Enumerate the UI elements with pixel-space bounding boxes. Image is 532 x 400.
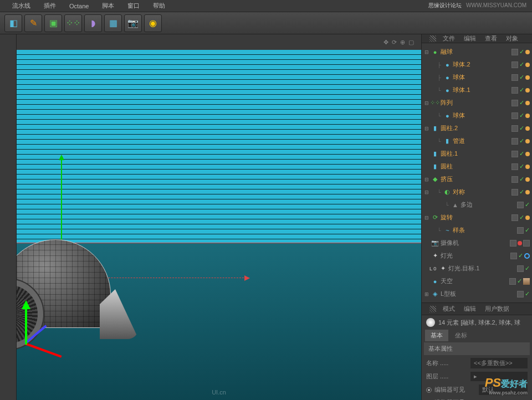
panel-tab[interactable]: 对象 (506, 34, 518, 43)
layer-tag[interactable] (511, 112, 518, 119)
deform-tool[interactable]: ◗ (84, 14, 102, 32)
object-label[interactable]: 天空 (441, 277, 509, 285)
tree-row[interactable]: ▮圆柱✓ (422, 160, 532, 173)
gizmo-y-axis[interactable] (25, 306, 27, 345)
layer-tag[interactable] (511, 151, 518, 157)
visibility-check[interactable]: ✓ (519, 188, 524, 196)
attr-tab[interactable]: 编辑 (464, 305, 476, 313)
object-label[interactable]: 对称 (453, 188, 511, 196)
attr-tab[interactable]: 模式 (443, 305, 455, 313)
visibility-check[interactable]: ✓ (519, 61, 524, 68)
object-label[interactable]: 阵列 (441, 99, 511, 107)
layer-tag[interactable] (510, 240, 516, 247)
expand-toggle[interactable]: ⊟ (424, 177, 429, 182)
floor-tool[interactable]: ▦ (104, 14, 122, 32)
layer-tag[interactable] (511, 189, 518, 196)
expand-toggle[interactable]: ⊞ (424, 291, 429, 297)
menu-item[interactable]: Octane (69, 3, 89, 9)
layer-tag[interactable] (511, 163, 518, 170)
object-tree[interactable]: ⊟●融球✓├●球体.2✓├●球体✓└●球体.1✓⊟⁘⁘阵列✓└●球体✓⊟▮圆柱.… (422, 43, 532, 302)
attr-tab[interactable]: 用户数据 (485, 305, 509, 313)
tree-row[interactable]: ⊟◆挤压✓ (422, 173, 532, 186)
visibility-check[interactable]: ✓ (519, 125, 524, 132)
object-label[interactable]: 多边 (461, 201, 517, 209)
nav-frame-icon[interactable]: ▢ (408, 39, 414, 46)
panel-tab[interactable]: 编辑 (464, 34, 476, 43)
nav-move-icon[interactable]: ✥ (383, 39, 388, 46)
layer-tag[interactable] (509, 278, 516, 285)
tree-row[interactable]: └▮管道✓ (422, 135, 532, 147)
expand-toggle[interactable]: ⊟ (424, 126, 429, 131)
attr-value[interactable]: <<多重数值>> (470, 358, 528, 368)
visibility-check[interactable]: ✓ (519, 99, 524, 106)
visibility-check[interactable]: ✓ (519, 137, 524, 145)
visibility-check[interactable]: ✓ (525, 227, 530, 234)
object-label[interactable]: 球体 (453, 73, 511, 81)
layer-tag[interactable] (523, 240, 530, 247)
tree-row[interactable]: └~样条✓ (422, 224, 532, 237)
expand-toggle[interactable]: ⊟ (424, 215, 429, 220)
visibility-check[interactable]: ✓ (519, 74, 524, 81)
object-label[interactable]: 融球 (441, 48, 511, 56)
object-label[interactable]: 旋转 (441, 213, 511, 222)
visibility-check[interactable]: ✓ (519, 48, 524, 55)
object-label[interactable]: 球体.2 (453, 60, 511, 69)
tree-row[interactable]: L 0✦灯光.目标.1✓ (422, 262, 532, 275)
tree-row[interactable]: └●球体✓ (422, 109, 532, 122)
material-swatch[interactable] (523, 278, 530, 285)
gizmo-x-axis[interactable] (24, 342, 62, 358)
panel-tab[interactable]: 文件 (443, 34, 455, 43)
tree-row[interactable]: ✦灯光✓ (422, 249, 532, 262)
radio-button[interactable] (426, 387, 432, 393)
tree-row[interactable]: ⊟●融球✓ (422, 45, 532, 58)
tree-row[interactable]: └●球体.1✓ (422, 84, 532, 96)
menu-item[interactable]: 窗口 (127, 2, 140, 10)
camera-tool[interactable]: 📷 (124, 14, 142, 32)
visibility-check[interactable]: ✓ (519, 112, 524, 119)
tree-row[interactable]: ⊟└◐对称✓ (422, 186, 532, 198)
visibility-check[interactable]: ✓ (519, 150, 524, 157)
tree-row[interactable]: ├●球体.2✓ (422, 58, 532, 71)
layer-tag[interactable] (511, 100, 518, 106)
layer-tag[interactable] (511, 74, 518, 81)
visibility-check[interactable]: ✓ (517, 278, 522, 285)
visibility-check[interactable]: ✓ (525, 201, 530, 208)
tree-row[interactable]: ⊟⁘⁘阵列✓ (422, 96, 532, 109)
layer-tag[interactable] (517, 291, 524, 298)
pen-tool[interactable]: ✎ (24, 14, 42, 32)
tree-row[interactable]: ●天空✓ (422, 275, 532, 288)
visibility-check[interactable]: ✓ (519, 176, 524, 183)
expand-toggle[interactable]: ⊟ (424, 49, 429, 55)
tree-row[interactable]: ⊟▮圆柱.2✓ (422, 122, 532, 135)
layer-tag[interactable] (511, 49, 518, 55)
layer-tag[interactable] (517, 265, 524, 272)
subdivide-tool[interactable]: ▣ (44, 14, 62, 32)
layer-tag[interactable] (511, 138, 518, 145)
layer-tag[interactable] (511, 125, 518, 132)
nav-zoom-icon[interactable]: ⊕ (400, 39, 405, 46)
cube-tool[interactable]: ◧ (4, 14, 22, 32)
object-label[interactable]: 摄像机 (441, 239, 510, 247)
tree-row[interactable]: ├●球体✓ (422, 71, 532, 84)
tree-row[interactable]: ⊟⟳旋转✓ (422, 211, 532, 224)
visibility-check[interactable]: ✓ (519, 214, 524, 221)
layer-tag[interactable] (517, 202, 524, 208)
tree-row[interactable]: 📷摄像机 (422, 237, 532, 249)
menu-item[interactable]: 流水线 (12, 2, 30, 10)
menu-item[interactable]: 插件 (44, 2, 56, 10)
tree-row[interactable]: └▲多边✓ (422, 198, 532, 211)
object-label[interactable]: 挤压 (441, 175, 511, 183)
tree-row[interactable]: ⊞◈L型板✓ (422, 288, 532, 300)
object-label[interactable]: 球体 (453, 111, 511, 120)
menu-item[interactable]: 帮助 (153, 2, 165, 10)
object-label[interactable]: 圆柱 (441, 162, 511, 171)
tree-row[interactable]: ▮圆柱.1✓ (422, 147, 532, 160)
object-label[interactable]: L型板 (441, 290, 517, 298)
object-label[interactable]: 灯光 (441, 252, 510, 260)
light-tool[interactable]: ◉ (144, 14, 162, 32)
object-label[interactable]: 灯光.目标.1 (448, 264, 517, 273)
object-label[interactable]: 圆柱.1 (441, 150, 511, 158)
layer-tag[interactable] (511, 214, 518, 221)
layer-tag[interactable] (511, 61, 518, 68)
3d-viewport[interactable]: UI.cn (17, 50, 421, 400)
